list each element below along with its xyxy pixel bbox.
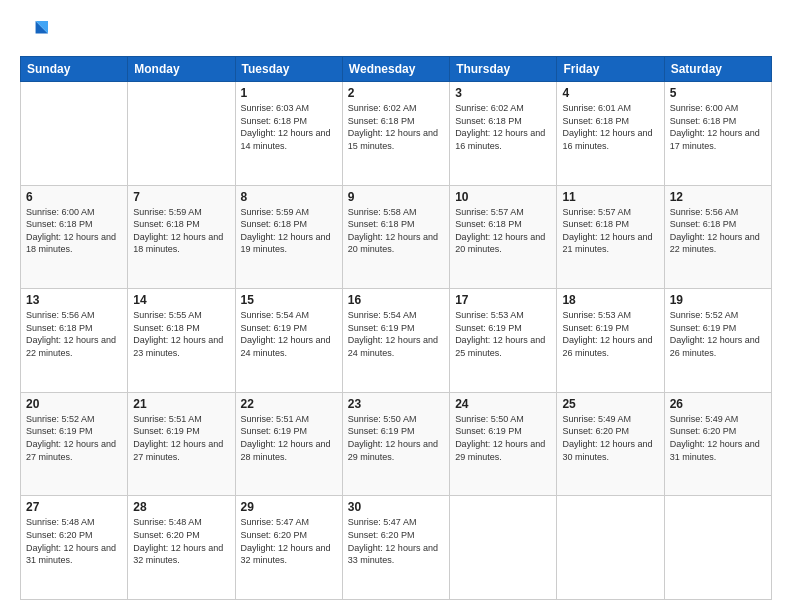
day-number: 19	[670, 293, 766, 307]
day-info: Sunrise: 5:52 AM Sunset: 6:19 PM Dayligh…	[26, 413, 122, 463]
calendar-header-row: SundayMondayTuesdayWednesdayThursdayFrid…	[21, 57, 772, 82]
calendar-cell: 29Sunrise: 5:47 AM Sunset: 6:20 PM Dayli…	[235, 496, 342, 600]
day-number: 13	[26, 293, 122, 307]
calendar-week-2: 6Sunrise: 6:00 AM Sunset: 6:18 PM Daylig…	[21, 185, 772, 289]
calendar-cell: 9Sunrise: 5:58 AM Sunset: 6:18 PM Daylig…	[342, 185, 449, 289]
day-info: Sunrise: 6:00 AM Sunset: 6:18 PM Dayligh…	[26, 206, 122, 256]
day-number: 3	[455, 86, 551, 100]
day-info: Sunrise: 5:53 AM Sunset: 6:19 PM Dayligh…	[562, 309, 658, 359]
calendar-cell: 26Sunrise: 5:49 AM Sunset: 6:20 PM Dayli…	[664, 392, 771, 496]
logo	[20, 18, 52, 46]
calendar-cell: 21Sunrise: 5:51 AM Sunset: 6:19 PM Dayli…	[128, 392, 235, 496]
day-number: 12	[670, 190, 766, 204]
calendar-week-4: 20Sunrise: 5:52 AM Sunset: 6:19 PM Dayli…	[21, 392, 772, 496]
calendar-dow-saturday: Saturday	[664, 57, 771, 82]
calendar-cell: 17Sunrise: 5:53 AM Sunset: 6:19 PM Dayli…	[450, 289, 557, 393]
day-info: Sunrise: 5:57 AM Sunset: 6:18 PM Dayligh…	[455, 206, 551, 256]
calendar-cell: 4Sunrise: 6:01 AM Sunset: 6:18 PM Daylig…	[557, 82, 664, 186]
day-info: Sunrise: 5:47 AM Sunset: 6:20 PM Dayligh…	[348, 516, 444, 566]
day-number: 5	[670, 86, 766, 100]
calendar-cell: 5Sunrise: 6:00 AM Sunset: 6:18 PM Daylig…	[664, 82, 771, 186]
day-number: 15	[241, 293, 337, 307]
day-info: Sunrise: 5:54 AM Sunset: 6:19 PM Dayligh…	[241, 309, 337, 359]
calendar-cell: 2Sunrise: 6:02 AM Sunset: 6:18 PM Daylig…	[342, 82, 449, 186]
calendar-cell: 3Sunrise: 6:02 AM Sunset: 6:18 PM Daylig…	[450, 82, 557, 186]
calendar-cell: 27Sunrise: 5:48 AM Sunset: 6:20 PM Dayli…	[21, 496, 128, 600]
day-info: Sunrise: 6:00 AM Sunset: 6:18 PM Dayligh…	[670, 102, 766, 152]
calendar-week-1: 1Sunrise: 6:03 AM Sunset: 6:18 PM Daylig…	[21, 82, 772, 186]
day-number: 26	[670, 397, 766, 411]
day-number: 9	[348, 190, 444, 204]
day-info: Sunrise: 5:59 AM Sunset: 6:18 PM Dayligh…	[133, 206, 229, 256]
day-info: Sunrise: 5:53 AM Sunset: 6:19 PM Dayligh…	[455, 309, 551, 359]
day-info: Sunrise: 5:56 AM Sunset: 6:18 PM Dayligh…	[26, 309, 122, 359]
day-number: 22	[241, 397, 337, 411]
day-number: 23	[348, 397, 444, 411]
day-info: Sunrise: 6:03 AM Sunset: 6:18 PM Dayligh…	[241, 102, 337, 152]
day-number: 4	[562, 86, 658, 100]
day-number: 10	[455, 190, 551, 204]
day-info: Sunrise: 5:47 AM Sunset: 6:20 PM Dayligh…	[241, 516, 337, 566]
calendar-cell: 24Sunrise: 5:50 AM Sunset: 6:19 PM Dayli…	[450, 392, 557, 496]
calendar-cell: 12Sunrise: 5:56 AM Sunset: 6:18 PM Dayli…	[664, 185, 771, 289]
day-info: Sunrise: 6:02 AM Sunset: 6:18 PM Dayligh…	[348, 102, 444, 152]
calendar-cell: 22Sunrise: 5:51 AM Sunset: 6:19 PM Dayli…	[235, 392, 342, 496]
day-number: 7	[133, 190, 229, 204]
day-number: 24	[455, 397, 551, 411]
calendar-cell	[450, 496, 557, 600]
day-info: Sunrise: 5:52 AM Sunset: 6:19 PM Dayligh…	[670, 309, 766, 359]
day-number: 14	[133, 293, 229, 307]
day-number: 6	[26, 190, 122, 204]
day-info: Sunrise: 5:51 AM Sunset: 6:19 PM Dayligh…	[241, 413, 337, 463]
day-number: 1	[241, 86, 337, 100]
day-info: Sunrise: 5:49 AM Sunset: 6:20 PM Dayligh…	[562, 413, 658, 463]
day-number: 29	[241, 500, 337, 514]
day-number: 28	[133, 500, 229, 514]
calendar-cell: 15Sunrise: 5:54 AM Sunset: 6:19 PM Dayli…	[235, 289, 342, 393]
calendar-cell	[128, 82, 235, 186]
calendar-dow-tuesday: Tuesday	[235, 57, 342, 82]
calendar-cell: 23Sunrise: 5:50 AM Sunset: 6:19 PM Dayli…	[342, 392, 449, 496]
day-info: Sunrise: 5:59 AM Sunset: 6:18 PM Dayligh…	[241, 206, 337, 256]
day-info: Sunrise: 5:54 AM Sunset: 6:19 PM Dayligh…	[348, 309, 444, 359]
day-info: Sunrise: 5:58 AM Sunset: 6:18 PM Dayligh…	[348, 206, 444, 256]
day-number: 21	[133, 397, 229, 411]
calendar-cell: 13Sunrise: 5:56 AM Sunset: 6:18 PM Dayli…	[21, 289, 128, 393]
calendar-cell	[557, 496, 664, 600]
day-info: Sunrise: 5:50 AM Sunset: 6:19 PM Dayligh…	[348, 413, 444, 463]
header	[20, 18, 772, 46]
day-number: 20	[26, 397, 122, 411]
calendar-dow-thursday: Thursday	[450, 57, 557, 82]
day-info: Sunrise: 5:49 AM Sunset: 6:20 PM Dayligh…	[670, 413, 766, 463]
day-info: Sunrise: 5:50 AM Sunset: 6:19 PM Dayligh…	[455, 413, 551, 463]
page: SundayMondayTuesdayWednesdayThursdayFrid…	[0, 0, 792, 612]
day-number: 30	[348, 500, 444, 514]
calendar-week-3: 13Sunrise: 5:56 AM Sunset: 6:18 PM Dayli…	[21, 289, 772, 393]
day-info: Sunrise: 5:48 AM Sunset: 6:20 PM Dayligh…	[26, 516, 122, 566]
day-info: Sunrise: 6:01 AM Sunset: 6:18 PM Dayligh…	[562, 102, 658, 152]
day-info: Sunrise: 5:56 AM Sunset: 6:18 PM Dayligh…	[670, 206, 766, 256]
day-info: Sunrise: 5:51 AM Sunset: 6:19 PM Dayligh…	[133, 413, 229, 463]
calendar-cell: 11Sunrise: 5:57 AM Sunset: 6:18 PM Dayli…	[557, 185, 664, 289]
calendar-week-5: 27Sunrise: 5:48 AM Sunset: 6:20 PM Dayli…	[21, 496, 772, 600]
calendar-cell: 8Sunrise: 5:59 AM Sunset: 6:18 PM Daylig…	[235, 185, 342, 289]
day-number: 8	[241, 190, 337, 204]
calendar-cell	[664, 496, 771, 600]
calendar-cell: 18Sunrise: 5:53 AM Sunset: 6:19 PM Dayli…	[557, 289, 664, 393]
day-number: 2	[348, 86, 444, 100]
calendar-dow-wednesday: Wednesday	[342, 57, 449, 82]
day-number: 18	[562, 293, 658, 307]
calendar-cell: 10Sunrise: 5:57 AM Sunset: 6:18 PM Dayli…	[450, 185, 557, 289]
day-info: Sunrise: 5:57 AM Sunset: 6:18 PM Dayligh…	[562, 206, 658, 256]
day-number: 25	[562, 397, 658, 411]
day-number: 16	[348, 293, 444, 307]
calendar-dow-monday: Monday	[128, 57, 235, 82]
calendar-cell: 25Sunrise: 5:49 AM Sunset: 6:20 PM Dayli…	[557, 392, 664, 496]
day-info: Sunrise: 5:55 AM Sunset: 6:18 PM Dayligh…	[133, 309, 229, 359]
day-info: Sunrise: 6:02 AM Sunset: 6:18 PM Dayligh…	[455, 102, 551, 152]
calendar-cell: 19Sunrise: 5:52 AM Sunset: 6:19 PM Dayli…	[664, 289, 771, 393]
calendar-dow-sunday: Sunday	[21, 57, 128, 82]
calendar-dow-friday: Friday	[557, 57, 664, 82]
calendar-table: SundayMondayTuesdayWednesdayThursdayFrid…	[20, 56, 772, 600]
day-info: Sunrise: 5:48 AM Sunset: 6:20 PM Dayligh…	[133, 516, 229, 566]
